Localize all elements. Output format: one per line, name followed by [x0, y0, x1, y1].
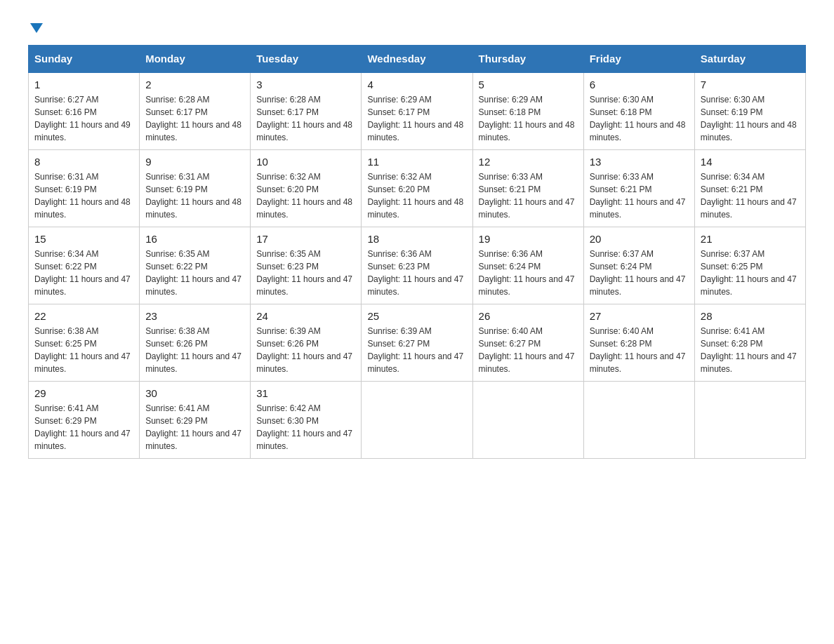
day-number: 10 [256, 156, 355, 168]
calendar-cell: 17 Sunrise: 6:35 AMSunset: 6:23 PMDaylig… [251, 227, 362, 304]
header-wednesday: Wednesday [362, 46, 472, 73]
calendar-cell: 14 Sunrise: 6:34 AMSunset: 6:21 PMDaylig… [694, 150, 805, 227]
calendar-cell: 8 Sunrise: 6:31 AMSunset: 6:19 PMDayligh… [29, 150, 140, 227]
calendar-week-row: 22 Sunrise: 6:38 AMSunset: 6:25 PMDaylig… [29, 304, 806, 382]
day-info: Sunrise: 6:36 AMSunset: 6:24 PMDaylight:… [479, 249, 575, 297]
day-info: Sunrise: 6:40 AMSunset: 6:28 PMDaylight:… [590, 326, 686, 374]
header-friday: Friday [583, 46, 694, 73]
day-info: Sunrise: 6:41 AMSunset: 6:29 PMDaylight:… [34, 403, 131, 451]
day-info: Sunrise: 6:30 AMSunset: 6:18 PMDaylight:… [590, 95, 686, 142]
day-info: Sunrise: 6:42 AMSunset: 6:30 PMDaylight:… [256, 403, 352, 451]
day-info: Sunrise: 6:38 AMSunset: 6:25 PMDaylight:… [34, 326, 131, 374]
day-number: 1 [34, 79, 133, 90]
calendar-cell: 10 Sunrise: 6:32 AMSunset: 6:20 PMDaylig… [251, 150, 362, 227]
calendar-cell [362, 382, 472, 459]
calendar-cell: 24 Sunrise: 6:39 AMSunset: 6:26 PMDaylig… [251, 304, 362, 382]
day-number: 13 [590, 156, 689, 168]
day-number: 4 [367, 79, 466, 90]
calendar-cell: 31 Sunrise: 6:42 AMSunset: 6:30 PMDaylig… [251, 382, 362, 459]
day-info: Sunrise: 6:39 AMSunset: 6:27 PMDaylight:… [367, 326, 463, 374]
calendar-cell: 19 Sunrise: 6:36 AMSunset: 6:24 PMDaylig… [472, 227, 583, 304]
day-info: Sunrise: 6:37 AMSunset: 6:25 PMDaylight:… [701, 249, 797, 297]
page-header [28, 21, 806, 31]
day-info: Sunrise: 6:28 AMSunset: 6:17 PMDaylight:… [145, 95, 241, 142]
day-info: Sunrise: 6:37 AMSunset: 6:24 PMDaylight:… [590, 249, 686, 297]
calendar-cell: 16 Sunrise: 6:35 AMSunset: 6:22 PMDaylig… [140, 227, 251, 304]
calendar-cell: 20 Sunrise: 6:37 AMSunset: 6:24 PMDaylig… [583, 227, 694, 304]
day-info: Sunrise: 6:41 AMSunset: 6:28 PMDaylight:… [701, 326, 797, 374]
day-number: 14 [701, 156, 800, 168]
calendar-week-row: 29 Sunrise: 6:41 AMSunset: 6:29 PMDaylig… [29, 382, 806, 459]
header-sunday: Sunday [29, 46, 140, 73]
day-info: Sunrise: 6:32 AMSunset: 6:20 PMDaylight:… [367, 172, 463, 220]
calendar-cell: 25 Sunrise: 6:39 AMSunset: 6:27 PMDaylig… [362, 304, 472, 382]
calendar-cell: 22 Sunrise: 6:38 AMSunset: 6:25 PMDaylig… [29, 304, 140, 382]
day-number: 6 [590, 79, 689, 90]
day-info: Sunrise: 6:33 AMSunset: 6:21 PMDaylight:… [479, 172, 575, 220]
day-info: Sunrise: 6:29 AMSunset: 6:18 PMDaylight:… [479, 95, 575, 142]
day-info: Sunrise: 6:34 AMSunset: 6:22 PMDaylight:… [34, 249, 131, 297]
day-info: Sunrise: 6:39 AMSunset: 6:26 PMDaylight:… [256, 326, 352, 374]
day-number: 28 [701, 310, 800, 322]
calendar-cell: 3 Sunrise: 6:28 AMSunset: 6:17 PMDayligh… [251, 72, 362, 150]
day-number: 20 [590, 233, 689, 245]
day-number: 31 [256, 387, 355, 399]
calendar-cell: 30 Sunrise: 6:41 AMSunset: 6:29 PMDaylig… [140, 382, 251, 459]
day-info: Sunrise: 6:36 AMSunset: 6:23 PMDaylight:… [367, 249, 463, 297]
day-number: 12 [479, 156, 578, 168]
day-number: 18 [367, 233, 466, 245]
day-info: Sunrise: 6:35 AMSunset: 6:23 PMDaylight:… [256, 249, 352, 297]
calendar-cell: 4 Sunrise: 6:29 AMSunset: 6:17 PMDayligh… [362, 72, 472, 150]
day-info: Sunrise: 6:38 AMSunset: 6:26 PMDaylight:… [145, 326, 241, 374]
header-thursday: Thursday [472, 46, 583, 73]
day-number: 29 [34, 387, 133, 399]
day-number: 8 [34, 156, 133, 168]
day-number: 2 [145, 79, 244, 90]
header-tuesday: Tuesday [251, 46, 362, 73]
calendar-cell: 27 Sunrise: 6:40 AMSunset: 6:28 PMDaylig… [583, 304, 694, 382]
day-number: 7 [701, 79, 800, 90]
calendar-cell: 21 Sunrise: 6:37 AMSunset: 6:25 PMDaylig… [694, 227, 805, 304]
day-number: 15 [34, 233, 133, 245]
day-info: Sunrise: 6:33 AMSunset: 6:21 PMDaylight:… [590, 172, 686, 220]
calendar-body: 1 Sunrise: 6:27 AMSunset: 6:16 PMDayligh… [29, 72, 806, 459]
day-info: Sunrise: 6:35 AMSunset: 6:22 PMDaylight:… [145, 249, 241, 297]
day-info: Sunrise: 6:41 AMSunset: 6:29 PMDaylight:… [145, 403, 241, 451]
calendar-cell: 11 Sunrise: 6:32 AMSunset: 6:20 PMDaylig… [362, 150, 472, 227]
calendar-cell: 6 Sunrise: 6:30 AMSunset: 6:18 PMDayligh… [583, 72, 694, 150]
calendar-cell: 5 Sunrise: 6:29 AMSunset: 6:18 PMDayligh… [472, 72, 583, 150]
day-info: Sunrise: 6:28 AMSunset: 6:17 PMDaylight:… [256, 95, 352, 142]
day-number: 21 [701, 233, 800, 245]
calendar-cell: 9 Sunrise: 6:31 AMSunset: 6:19 PMDayligh… [140, 150, 251, 227]
day-number: 9 [145, 156, 244, 168]
day-number: 3 [256, 79, 355, 90]
calendar-cell: 28 Sunrise: 6:41 AMSunset: 6:28 PMDaylig… [694, 304, 805, 382]
day-info: Sunrise: 6:31 AMSunset: 6:19 PMDaylight:… [145, 172, 241, 220]
logo [28, 21, 43, 31]
day-number: 26 [479, 310, 578, 322]
day-number: 25 [367, 310, 466, 322]
day-number: 16 [145, 233, 244, 245]
calendar-cell [472, 382, 583, 459]
days-header-row: Sunday Monday Tuesday Wednesday Thursday… [29, 46, 806, 73]
calendar-header: Sunday Monday Tuesday Wednesday Thursday… [29, 46, 806, 73]
calendar-cell: 7 Sunrise: 6:30 AMSunset: 6:19 PMDayligh… [694, 72, 805, 150]
calendar-week-row: 1 Sunrise: 6:27 AMSunset: 6:16 PMDayligh… [29, 72, 806, 150]
day-number: 24 [256, 310, 355, 322]
calendar-cell: 18 Sunrise: 6:36 AMSunset: 6:23 PMDaylig… [362, 227, 472, 304]
calendar-week-row: 15 Sunrise: 6:34 AMSunset: 6:22 PMDaylig… [29, 227, 806, 304]
calendar-cell: 12 Sunrise: 6:33 AMSunset: 6:21 PMDaylig… [472, 150, 583, 227]
day-number: 30 [145, 387, 244, 399]
day-number: 27 [590, 310, 689, 322]
day-info: Sunrise: 6:29 AMSunset: 6:17 PMDaylight:… [367, 95, 463, 142]
day-number: 22 [34, 310, 133, 322]
calendar-cell [583, 382, 694, 459]
calendar-cell: 13 Sunrise: 6:33 AMSunset: 6:21 PMDaylig… [583, 150, 694, 227]
calendar-cell: 1 Sunrise: 6:27 AMSunset: 6:16 PMDayligh… [29, 72, 140, 150]
calendar-cell: 15 Sunrise: 6:34 AMSunset: 6:22 PMDaylig… [29, 227, 140, 304]
day-number: 5 [479, 79, 578, 90]
day-info: Sunrise: 6:30 AMSunset: 6:19 PMDaylight:… [701, 95, 797, 142]
day-number: 11 [367, 156, 466, 168]
logo-arrow-icon [30, 23, 43, 33]
day-info: Sunrise: 6:32 AMSunset: 6:20 PMDaylight:… [256, 172, 352, 220]
